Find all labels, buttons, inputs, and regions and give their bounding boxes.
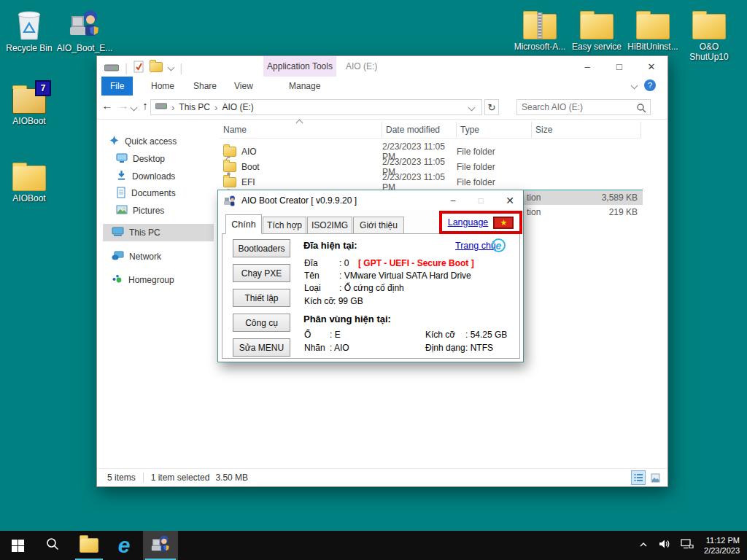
recent-locations-chevron-icon[interactable] (131, 104, 138, 112)
dialog-app-icon (224, 195, 236, 207)
desktop-icon-aio-boot-extractor[interactable]: AIO_Boot_E... (55, 4, 114, 53)
sidebar-item-desktop[interactable]: Desktop (116, 151, 165, 167)
taskbar-internet-explorer-button[interactable]: e (107, 531, 142, 560)
homegroup-icon (112, 273, 123, 287)
details-view-toggle[interactable] (631, 470, 646, 485)
partition-value: : NTFS (465, 343, 493, 353)
sua-menu-button[interactable]: Sửa MENU (233, 338, 290, 357)
tab-manage[interactable]: Manage (280, 77, 329, 96)
search-icon[interactable] (636, 103, 646, 116)
close-button[interactable]: ✕ (635, 56, 667, 77)
desktop-icon-aioboot-folder[interactable]: AIOBoot (0, 155, 58, 203)
search-box[interactable] (516, 99, 651, 115)
internet-explorer-icon: e (118, 533, 131, 558)
desktop-monitor-icon (116, 152, 128, 166)
refresh-icon: ↻ (488, 102, 496, 113)
cong-cu-button[interactable]: Công cụ (233, 314, 290, 332)
desktop-icon-oo-shutup10[interactable]: O&O ShutUp10 (680, 3, 738, 62)
tray-chevron-up-icon[interactable] (639, 539, 648, 552)
sidebar-item-label: Documents (131, 188, 176, 198)
dialog-minimize-button[interactable]: – (444, 193, 462, 208)
volume-icon[interactable] (658, 538, 670, 553)
taskbar-clock[interactable]: 11:12 PM 2/23/2023 (704, 535, 740, 556)
internet-explorer-icon[interactable]: e (492, 238, 506, 252)
taskbar-file-explorer-button[interactable] (71, 531, 107, 560)
dialog-maximize-button[interactable]: □ (472, 193, 489, 208)
language-link[interactable]: Language (448, 217, 489, 228)
sidebar-item-homegroup[interactable]: Homegroup (112, 272, 174, 288)
sidebar-item-quick-access[interactable]: Quick access (109, 133, 177, 149)
partition-label: Định dạng (425, 343, 465, 353)
contextual-tab-header: Application Tools (263, 56, 336, 77)
address-dropdown-chevron-icon[interactable] (468, 104, 476, 112)
column-header-date-modified[interactable]: Date modified (382, 122, 457, 138)
language-annotation-box: Language ★ (439, 211, 522, 234)
tab-share[interactable]: Share (185, 77, 225, 96)
dialog-title: AIO Boot Creator [ v0.9.9.20 ] (241, 195, 357, 206)
minimize-button[interactable]: – (571, 56, 603, 77)
file-size: 3,589 KB (602, 192, 638, 203)
tab-chinh[interactable]: Chính (225, 214, 262, 234)
disk-label: Loại (304, 283, 321, 293)
sidebar-item-downloads[interactable]: Downloads (116, 168, 175, 184)
sidebar-item-documents[interactable]: Documents (116, 185, 176, 201)
tab-home[interactable]: Home (142, 77, 183, 96)
tab-gioi-thieu[interactable]: Giới thiệu (353, 217, 404, 234)
desktop-icon-aioboot-archive[interactable]: 7 AIOBoot (0, 77, 58, 126)
file-row-efi[interactable]: EFI 2/23/2023 11:05 PM File folder (220, 174, 641, 190)
sidebar-item-label: Downloads (132, 171, 175, 182)
picture-icon (116, 205, 128, 217)
forward-icon[interactable]: → (116, 99, 131, 112)
desktop-icon-easy-service[interactable]: Easy service (568, 3, 626, 52)
sidebar-item-pictures[interactable]: Pictures (116, 203, 164, 219)
address-bar[interactable]: › This PC › AIO (E:) (150, 99, 482, 115)
desktop-icon-hibituninstaller[interactable]: HiBitUninst... (624, 3, 682, 52)
home-page-link[interactable]: Trang chủ (455, 241, 496, 251)
chay-pxe-button[interactable]: Chạy PXE (233, 264, 290, 282)
sidebar-item-this-pc[interactable]: This PC (112, 225, 160, 241)
file-type: File folder (457, 147, 532, 157)
properties-check-icon[interactable] (133, 61, 144, 76)
new-folder-icon[interactable] (150, 62, 163, 75)
column-header-size[interactable]: Size (532, 122, 641, 138)
disk-label: Đĩa (304, 258, 318, 268)
file-type: File folder (457, 162, 532, 172)
file-size: 219 KB (609, 207, 638, 217)
column-header-type[interactable]: Type (457, 122, 532, 138)
desktop-icon-microsoft-activation[interactable]: Microsoft-A... (511, 3, 569, 52)
taskbar-search-button[interactable] (35, 531, 70, 560)
folder-icon (568, 3, 626, 39)
dialog-titlebar[interactable]: AIO Boot Creator [ v0.9.9.20 ] – □ ✕ (218, 190, 523, 211)
taskbar-aio-boot-button[interactable] (143, 531, 178, 560)
start-button[interactable] (0, 531, 35, 560)
thumbnail-view-toggle[interactable] (649, 471, 662, 484)
desktop-icon-label: O&O ShutUp10 (680, 42, 738, 62)
partition-label: Ổ (304, 330, 311, 340)
tab-file[interactable]: File (101, 77, 133, 96)
dialog-close-button[interactable]: ✕ (501, 193, 519, 208)
breadcrumb-this-pc[interactable]: This PC (179, 102, 210, 112)
explorer-titlebar[interactable]: | | Application Tools AIO (E:) – □ ✕ (97, 56, 667, 77)
back-icon[interactable]: ← (100, 99, 115, 112)
file-type: File folder (457, 177, 532, 187)
tab-iso2img[interactable]: ISO2IMG (307, 217, 352, 234)
search-input[interactable] (517, 101, 631, 114)
taskbar: e 11:12 PM 2/23/2023 (0, 531, 747, 560)
breadcrumb-current[interactable]: AIO (E:) (222, 102, 253, 112)
refresh-button[interactable]: ↻ (484, 99, 499, 115)
separator: | (179, 62, 182, 75)
tab-view[interactable]: View (225, 77, 262, 96)
sidebar-item-network[interactable]: Network (112, 249, 161, 265)
qat-customize-chevron-icon[interactable] (168, 63, 175, 71)
ribbon-collapse-chevron-icon[interactable] (631, 82, 638, 90)
current-disk-heading: Đĩa hiện tại: (303, 240, 357, 251)
bootloaders-button[interactable]: Bootloaders (233, 239, 290, 257)
thiet-lap-button[interactable]: Thiết lập (233, 289, 290, 307)
maximize-button[interactable]: □ (603, 56, 635, 77)
vietnam-flag-icon[interactable]: ★ (493, 217, 514, 229)
help-icon[interactable]: ? (644, 79, 656, 91)
network-icon[interactable] (681, 538, 694, 553)
tab-tich-hop[interactable]: Tích hợp (263, 217, 306, 234)
file-name: EFI (241, 177, 255, 187)
desktop-icon-recycle-bin[interactable]: Recycle Bin (0, 4, 58, 53)
